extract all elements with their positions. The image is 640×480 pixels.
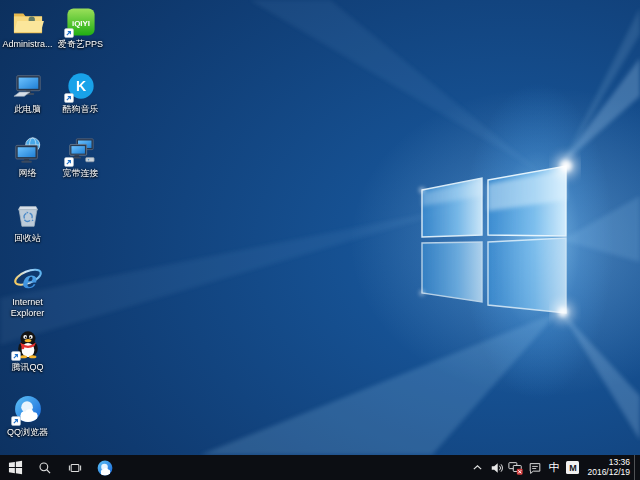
shortcut-arrow-icon [64,93,74,103]
desktop-icon-label: 腾讯QQ [11,362,43,373]
chevron-up-icon [471,461,484,474]
desktop-icon-kugou-music[interactable]: K 酷狗音乐 [54,69,107,134]
taskbar-qq-browser-button[interactable] [90,455,120,480]
windows-start-icon [8,460,23,475]
internet-explorer-icon: e [13,265,43,295]
desktop-icon-grid: Administra... 此电脑 [1,4,107,456]
desktop-icon-iqiyi-pps[interactable]: iQIYI 爱奇艺PPS [54,4,107,69]
desktop-icon-this-pc[interactable]: 此电脑 [1,69,54,134]
svg-text:e: e [21,266,37,294]
volume-icon [490,461,504,475]
windows-10-desktop-screen: Administra... 此电脑 [0,0,640,480]
desktop-icon-internet-explorer[interactable]: e Internet Explorer [1,262,54,327]
tray-ime-language-button[interactable]: M [563,455,582,480]
recycle-bin-icon [13,200,43,230]
qq-browser-icon [97,460,113,476]
tray-volume-button[interactable] [487,455,506,480]
start-button[interactable] [0,455,30,480]
action-center-icon [528,461,542,475]
taskbar-empty-area [120,455,468,480]
search-icon [38,461,52,475]
desktop-icon-label: QQ浏览器 [7,427,48,438]
tray-ime-mode-button[interactable]: 中 [544,455,563,480]
taskbar: 中 M 13:36 2016/12/19 [0,455,640,480]
clock-date: 2016/12/19 [587,468,630,478]
network-disconnected-icon [508,460,523,475]
desktop-icon-label: 爱奇艺PPS [58,39,103,50]
tray-action-center-button[interactable] [525,455,544,480]
task-view-button[interactable] [60,455,90,480]
shortcut-arrow-icon [64,157,74,167]
svg-text:K: K [75,78,86,94]
desktop-icon-administrator[interactable]: Administra... [1,4,54,69]
svg-text:iQIYI: iQIYI [71,19,89,28]
desktop-icon-broadband-connection[interactable]: 宽带连接 [54,133,107,198]
desktop-icon-label: 酷狗音乐 [63,104,99,115]
ime-mode-label: 中 [548,462,559,473]
desktop-icon-tencent-qq[interactable]: 腾讯QQ [1,327,54,392]
user-folder-icon [12,7,44,37]
desktop-icon-label: 宽带连接 [63,168,99,179]
desktop-icon-recycle-bin[interactable]: 回收站 [1,198,54,263]
desktop-icon-network[interactable]: 网络 [1,133,54,198]
shortcut-arrow-icon [11,416,21,426]
shortcut-arrow-icon [11,351,21,361]
ime-language-label: M [566,461,579,474]
show-desktop-button[interactable] [634,455,640,480]
tray-show-hidden-icons-button[interactable] [468,455,487,480]
desktop-icon-label: Internet Explorer [2,297,54,318]
desktop-icon-label: 此电脑 [14,104,41,115]
desktop-icon-label: 回收站 [14,233,41,244]
this-pc-icon [13,71,43,101]
network-icon [13,136,43,166]
tray-network-button[interactable] [506,455,525,480]
desktop-icon-label: Administra... [2,39,52,50]
desktop-icon-label: 网络 [19,168,37,179]
search-button[interactable] [30,455,60,480]
task-view-icon [68,461,82,475]
shortcut-arrow-icon [64,28,74,38]
tray-clock[interactable]: 13:36 2016/12/19 [582,455,634,480]
desktop-icon-qq-browser[interactable]: QQ浏览器 [1,392,54,457]
